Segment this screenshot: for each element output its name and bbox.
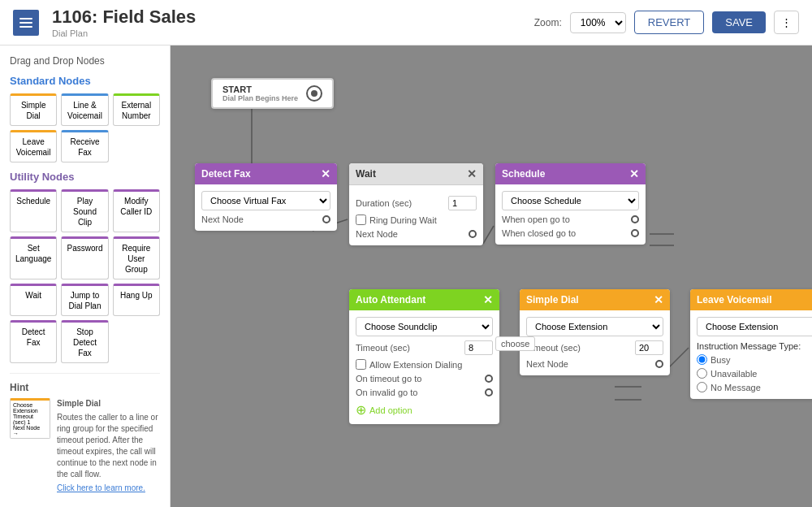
arrows-overlay: [171, 46, 812, 507]
title-group: 1106: Field Sales Dial Plan: [52, 6, 534, 38]
auto-attendant-header: Auto Attendant ✕: [349, 289, 499, 310]
node-simple-dial[interactable]: Simple Dial: [10, 93, 57, 126]
node-schedule[interactable]: Schedule: [10, 189, 57, 232]
svg-line-8: [667, 348, 689, 369]
page-title: 1106: Field Sales: [52, 6, 534, 28]
canvas[interactable]: START Dial Plan Begins Here Detect Fax ✕…: [171, 46, 812, 507]
schedule-open-label: When open go to: [502, 214, 570, 224]
leave-vm-busy-radio[interactable]: [697, 354, 707, 365]
node-set-language[interactable]: Set Language: [10, 236, 57, 280]
schedule-select[interactable]: Choose Schedule: [502, 191, 639, 210]
standard-nodes-grid: Simple Dial Line & Voicemail External Nu…: [10, 93, 160, 162]
hint-section: Hint Choose ExtensionTimeout (sec) 1Next…: [10, 373, 160, 492]
auto-attendant-ext-checkbox[interactable]: [356, 359, 366, 370]
auto-attendant-soundclip-select[interactable]: Choose Soundclip: [356, 317, 493, 336]
simple-dial-body: Choose Extension Timeout (sec) Next Node: [520, 310, 670, 375]
node-jump-dial-plan[interactable]: Jump to Dial Plan: [61, 284, 108, 316]
revert-button[interactable]: REVERT: [634, 11, 705, 34]
auto-attendant-body: Choose Soundclip Timeout (sec) Allow Ext…: [349, 310, 499, 424]
simple-dial-title: Simple Dial: [526, 294, 579, 306]
hint-text-block: Simple Dial Routes the caller to a line …: [57, 398, 160, 492]
wait-next-label: Next Node: [356, 229, 398, 239]
choose-label: choose: [495, 336, 535, 351]
hint-node-name: Simple Dial: [57, 398, 160, 410]
page-subtitle: Dial Plan: [52, 28, 534, 38]
auto-attendant-invalid-connector[interactable]: [485, 388, 493, 396]
auto-attendant-ext-label: Allow Extension Dialing: [369, 360, 462, 370]
auto-attendant-close[interactable]: ✕: [483, 293, 493, 306]
node-leave-voicemail[interactable]: Leave Voicemail: [10, 130, 57, 162]
wait-next-connector[interactable]: [469, 230, 477, 238]
simple-dial-node: Simple Dial ✕ Choose Extension Timeout (…: [520, 289, 670, 375]
utility-nodes-title: Utility Nodes: [10, 171, 160, 183]
wait-close[interactable]: ✕: [467, 167, 477, 180]
simple-dial-next-connector[interactable]: [655, 360, 663, 368]
auto-attendant-add-option[interactable]: ⊕ Add option: [356, 402, 493, 418]
simple-dial-timeout-row: Timeout (sec): [526, 340, 663, 355]
node-require-user-group[interactable]: Require User Group: [113, 236, 160, 280]
node-play-sound[interactable]: Play Sound Clip: [61, 189, 108, 232]
more-button[interactable]: ⋮: [774, 11, 799, 34]
svg-line-5: [483, 226, 494, 244]
leave-vm-extension-select[interactable]: Choose Extension: [697, 317, 812, 336]
node-stop-detect-fax[interactable]: Stop Detect Fax: [61, 320, 108, 363]
hamburger-button[interactable]: [13, 10, 39, 36]
simple-dial-close[interactable]: ✕: [654, 293, 663, 306]
hint-learn-more-link[interactable]: Click here to learn more.: [57, 483, 160, 492]
leave-vm-busy-label: Busy: [710, 355, 730, 365]
schedule-closed-connector[interactable]: [631, 229, 639, 237]
leave-vm-header: Leave Voicemail ✕: [690, 289, 812, 310]
auto-attendant-ext-row: Allow Extension Dialing: [356, 359, 493, 370]
simple-dial-timeout-input[interactable]: [635, 340, 663, 355]
auto-attendant-title: Auto Attendant: [356, 294, 425, 306]
node-hang-up[interactable]: Hang Up: [113, 284, 160, 316]
simple-dial-next-label: Next Node: [526, 359, 568, 369]
schedule-open-connector[interactable]: [631, 215, 639, 223]
node-modify-caller-id[interactable]: Modify Caller ID: [113, 189, 160, 232]
node-line-vm[interactable]: Line & Voicemail: [61, 93, 108, 126]
header-controls: Zoom: 100% 75% 125% REVERT SAVE ⋮: [534, 11, 799, 34]
node-receive-fax[interactable]: Receive Fax: [61, 130, 108, 162]
detect-fax-select[interactable]: Choose Virtual Fax: [201, 191, 330, 210]
schedule-node: Schedule ✕ Choose Schedule When open go …: [495, 163, 646, 245]
wait-duration-input[interactable]: [448, 196, 477, 210]
header: 1106: Field Sales Dial Plan Zoom: 100% 7…: [0, 0, 812, 46]
leave-vm-body: Choose Extension Instruction Message Typ…: [690, 310, 812, 399]
auto-attendant-invalid-goto-row: On invalid go to: [356, 388, 493, 397]
svg-rect-2: [19, 26, 32, 28]
zoom-select[interactable]: 100% 75% 125%: [570, 12, 626, 33]
start-circle-icon: [306, 85, 322, 102]
detect-fax-close[interactable]: ✕: [321, 167, 330, 180]
wait-ring-checkbox[interactable]: [356, 214, 366, 225]
schedule-header: Schedule ✕: [495, 163, 646, 184]
hint-description: Routes the caller to a line or ring grou…: [57, 412, 160, 480]
leave-vm-title: Leave Voicemail: [697, 294, 772, 306]
leave-vm-nomessage-radio[interactable]: [697, 382, 707, 392]
start-node: START Dial Plan Begins Here: [211, 78, 334, 109]
auto-attendant-invalid-goto-label: On invalid go to: [356, 388, 417, 397]
schedule-closed-label: When closed go to: [502, 228, 576, 238]
node-password[interactable]: Password: [61, 236, 108, 280]
detect-fax-header: Detect Fax ✕: [195, 163, 337, 184]
auto-attendant-timeout-input[interactable]: [464, 340, 493, 355]
node-detect-fax[interactable]: Detect Fax: [10, 320, 57, 363]
leave-vm-instruction-label: Instruction Message Type:: [697, 341, 812, 351]
save-button[interactable]: SAVE: [712, 11, 766, 33]
auto-attendant-timeout-goto-row: On timeout go to: [356, 374, 493, 384]
wait-next-node: Next Node: [356, 229, 477, 239]
wait-duration-label: Duration (sec): [356, 198, 412, 208]
hint-content: Choose ExtensionTimeout (sec) 1Next Node…: [10, 398, 160, 492]
add-option-label: Add option: [369, 405, 412, 415]
wait-title: Wait: [356, 168, 376, 180]
leave-vm-unavailable-radio[interactable]: [697, 368, 707, 379]
detect-fax-next-connector[interactable]: [322, 215, 330, 223]
simple-dial-extension-select[interactable]: Choose Extension: [526, 317, 663, 336]
node-wait[interactable]: Wait: [10, 284, 57, 316]
node-external-number[interactable]: External Number: [113, 93, 160, 126]
schedule-close[interactable]: ✕: [629, 167, 639, 180]
schedule-body: Choose Schedule When open go to When clo…: [495, 184, 646, 245]
auto-attendant-node: Auto Attendant ✕ Choose Soundclip Timeou…: [349, 289, 499, 424]
wait-ring-label: Ring During Wait: [369, 215, 437, 225]
simple-dial-header: Simple Dial ✕: [520, 289, 670, 310]
auto-attendant-timeout-connector[interactable]: [485, 375, 493, 383]
